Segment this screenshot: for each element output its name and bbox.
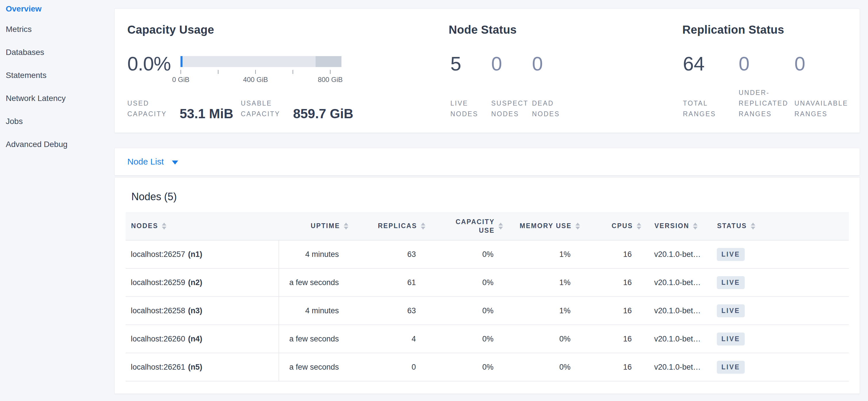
suspect-nodes-label: SUSPECT NODES <box>491 98 532 119</box>
sort-icon[interactable] <box>637 223 641 230</box>
column-header-replicas[interactable]: REPLICAS <box>349 212 426 240</box>
sort-icon[interactable] <box>162 223 166 230</box>
capacity-use-cell: 0% <box>426 268 503 296</box>
table-row: localhost:26261(n5) a few seconds 0 0% 0… <box>126 353 849 381</box>
nodes-table-card: Nodes (5) NODES UPTIME REP <box>114 177 860 394</box>
capacity-use-cell: 0% <box>426 296 503 325</box>
column-header-cpus[interactable]: CPUS <box>580 212 642 240</box>
node-address-link[interactable]: localhost:26259 <box>131 278 185 287</box>
dead-nodes-label: DEAD NODES <box>532 98 573 119</box>
node-list-dropdown-label: Node List <box>127 157 164 167</box>
column-header-uptime[interactable]: UPTIME <box>279 212 349 240</box>
node-id: (n2) <box>188 278 202 287</box>
memory-use-cell: 0% <box>503 353 580 381</box>
sidebar-item-metrics[interactable]: Metrics <box>6 18 114 41</box>
version-cell: v20.1.0-bet… <box>642 325 713 353</box>
memory-use-cell: 1% <box>503 240 580 268</box>
sidebar-item-network-latency[interactable]: Network Latency <box>6 87 114 110</box>
under-replicated-ranges-stat: 0 UNDER-REPLICATED RANGES <box>739 53 795 119</box>
nodes-table-title: Nodes (5) <box>131 191 849 203</box>
node-address-link[interactable]: localhost:26258 <box>131 306 185 315</box>
replicas-cell: 0 <box>349 353 426 381</box>
dead-nodes-count: 0 <box>532 54 573 74</box>
column-header-status[interactable]: STATUS <box>713 212 849 240</box>
column-label: REPLICAS <box>378 222 417 230</box>
axis-tick <box>218 70 218 74</box>
sort-icon[interactable] <box>421 223 425 230</box>
under-replicated-ranges-count: 0 <box>739 54 795 74</box>
app-root: Overview Metrics Databases Statements Ne… <box>0 0 868 401</box>
usable-capacity-value: 859.7 GiB <box>293 108 353 119</box>
node-status-section: Node Status 5 LIVE NODES 0 SUSPECT NODES… <box>449 23 682 119</box>
status-badge: LIVE <box>717 276 745 289</box>
axis-tick <box>292 70 293 74</box>
status-badge: LIVE <box>717 304 745 317</box>
node-address-link[interactable]: localhost:26261 <box>131 363 185 371</box>
status-badge: LIVE <box>717 361 745 374</box>
sidebar: Overview Metrics Databases Statements Ne… <box>0 0 114 401</box>
used-capacity-stat: USED CAPACITY 53.1 MiB <box>127 98 234 119</box>
node-list-dropdown[interactable]: Node List <box>127 157 178 167</box>
table-row: localhost:26259(n2) a few seconds 61 0% … <box>126 268 849 296</box>
column-label: UPTIME <box>311 222 340 230</box>
capacity-bar <box>181 56 341 67</box>
column-label: VERSION <box>654 222 689 230</box>
capacity-axis-labels: 0 GiB 400 GiB 800 GiB <box>181 76 341 84</box>
sidebar-item-jobs[interactable]: Jobs <box>6 110 114 133</box>
used-capacity-label: USED CAPACITY <box>127 98 176 119</box>
capacity-bar-used-segment <box>181 56 183 67</box>
status-badge: LIVE <box>717 248 745 261</box>
used-capacity-value: 53.1 MiB <box>180 108 234 119</box>
sort-icon[interactable] <box>498 223 503 230</box>
sidebar-item-statements[interactable]: Statements <box>6 64 114 87</box>
table-row: localhost:26257(n1) 4 minutes 63 0% 1% 1… <box>126 240 849 268</box>
total-ranges-count: 64 <box>683 54 739 74</box>
main-content: Capacity Usage 0.0% <box>114 0 868 401</box>
sort-icon[interactable] <box>751 223 755 230</box>
memory-use-cell: 1% <box>503 296 580 325</box>
node-address-link[interactable]: localhost:26260 <box>131 335 185 343</box>
capacity-axis-ticks <box>181 70 341 74</box>
table-row: localhost:26260(n4) a few seconds 4 0% 0… <box>126 325 849 353</box>
uptime-cell: 4 minutes <box>279 296 349 325</box>
uptime-cell: a few seconds <box>279 353 349 381</box>
capacity-use-cell: 0% <box>426 353 503 381</box>
column-header-capacity-use[interactable]: CAPACITY USE <box>426 212 503 240</box>
sidebar-item-databases[interactable]: Databases <box>6 41 114 64</box>
capacity-bar-chart: 0 GiB 400 GiB 800 GiB <box>181 56 341 84</box>
replicas-cell: 63 <box>349 240 426 268</box>
cluster-summary-card: Capacity Usage 0.0% <box>114 9 860 133</box>
column-header-nodes[interactable]: NODES <box>126 212 279 240</box>
suspect-nodes-stat: 0 SUSPECT NODES <box>491 53 532 119</box>
usable-capacity-label: USABLE CAPACITY <box>241 98 289 119</box>
cpus-cell: 16 <box>580 268 642 296</box>
version-cell: v20.1.0-bet… <box>642 353 713 381</box>
memory-use-cell: 1% <box>503 268 580 296</box>
axis-label: 800 GiB <box>318 76 343 84</box>
column-label: CAPACITY USE <box>449 218 495 235</box>
sidebar-item-advanced-debug[interactable]: Advanced Debug <box>6 133 114 156</box>
node-list-selector-card: Node List <box>114 148 860 175</box>
node-id: (n1) <box>188 250 202 259</box>
caret-down-icon <box>172 161 178 165</box>
axis-tick <box>255 70 256 74</box>
axis-tick <box>330 70 331 74</box>
sort-icon[interactable] <box>576 223 580 230</box>
sort-icon[interactable] <box>693 223 698 230</box>
node-id: (n4) <box>188 335 202 343</box>
sort-icon[interactable] <box>344 223 348 230</box>
table-row: localhost:26258(n3) 4 minutes 63 0% 1% 1… <box>126 296 849 325</box>
sidebar-item-overview[interactable]: Overview <box>6 0 114 18</box>
replication-status-section: Replication Status 64 TOTAL RANGES 0 UND… <box>682 23 860 119</box>
column-header-memory-use[interactable]: MEMORY USE <box>503 212 580 240</box>
replicas-cell: 4 <box>349 325 426 353</box>
node-status-title: Node Status <box>449 23 682 36</box>
unavailable-ranges-label: UNAVAILABLE RANGES <box>795 98 850 119</box>
node-id: (n5) <box>188 363 202 371</box>
axis-tick <box>181 70 181 74</box>
live-nodes-label: LIVE NODES <box>451 98 491 119</box>
node-address-link[interactable]: localhost:26257 <box>131 250 185 259</box>
column-header-version[interactable]: VERSION <box>642 212 713 240</box>
cpus-cell: 16 <box>580 296 642 325</box>
memory-use-cell: 0% <box>503 325 580 353</box>
